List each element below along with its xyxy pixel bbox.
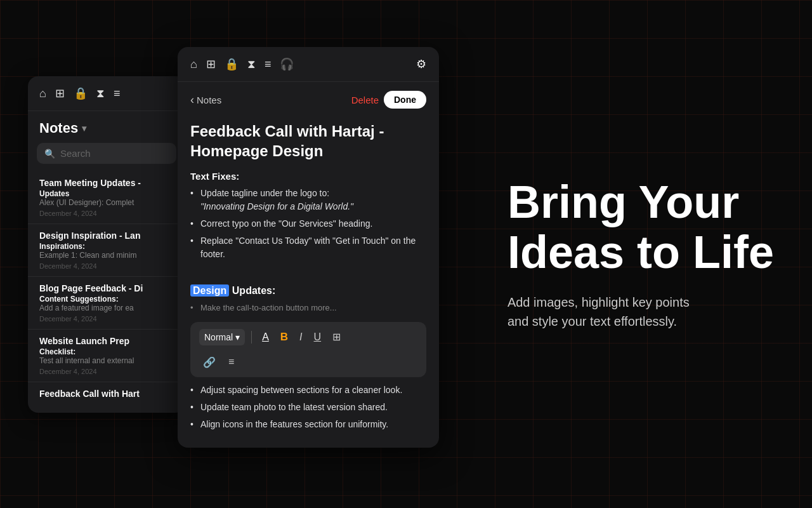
note-preview: Example 1: Clean and minim bbox=[39, 251, 174, 260]
lock-icon[interactable]: 🔒 bbox=[74, 86, 88, 100]
note-title: Website Launch Prep bbox=[39, 336, 174, 346]
note-category: Updates bbox=[39, 189, 174, 198]
image-button[interactable]: ⊞ bbox=[329, 328, 344, 345]
note-content-below: Adjust spacing between sections for a cl… bbox=[178, 381, 439, 448]
note-category: Checklist: bbox=[39, 347, 174, 356]
font-color-button[interactable]: A bbox=[258, 329, 273, 345]
doc-icon[interactable]: ≡ bbox=[265, 58, 272, 71]
delete-button[interactable]: Delete bbox=[351, 95, 379, 105]
partial-bullet: Make the call-to-action button more... bbox=[190, 302, 426, 314]
style-select-chevron: ▾ bbox=[235, 332, 240, 342]
note-title: Design Inspiration - Lan bbox=[39, 231, 174, 241]
notes-title: Notes bbox=[39, 120, 78, 137]
notes-list-panel: ⌂ ⊞ 🔒 ⧗ ≡ Notes ▾ 🔍 Search Team Meeting … bbox=[28, 76, 185, 413]
notes-header: Notes ▾ bbox=[28, 111, 185, 143]
note-preview: Alex (UI Designer): Complet bbox=[39, 198, 174, 207]
toolbar-row2: 🔗 ≡ bbox=[199, 354, 417, 371]
note-title: Team Meeting Updates - bbox=[39, 178, 174, 188]
search-bar[interactable]: 🔍 Search bbox=[37, 143, 176, 164]
doc-icon[interactable]: ≡ bbox=[114, 87, 121, 100]
note-date: December 4, 2024 bbox=[39, 262, 174, 270]
link-button[interactable]: 🔗 bbox=[199, 354, 219, 371]
bold-button[interactable]: B bbox=[277, 328, 292, 346]
bullet-item: Correct typo on the "Our Services" headi… bbox=[190, 217, 426, 231]
note-header: ‹ Notes Delete Done bbox=[178, 82, 439, 115]
hero-section: Bring YourIdeas to Life Add images, high… bbox=[508, 177, 774, 331]
note-detail-panel: ⌂ ⊞ 🔒 ⧗ ≡ 🎧 ⚙ ‹ Notes Delete Done Feedba… bbox=[178, 47, 439, 448]
note-date: December 4, 2024 bbox=[39, 368, 174, 375]
done-button[interactable]: Done bbox=[384, 91, 426, 109]
italic-button[interactable]: I bbox=[296, 329, 306, 345]
list-item[interactable]: Team Meeting Updates - Updates Alex (UI … bbox=[28, 171, 185, 224]
settings-icon[interactable]: ⚙ bbox=[416, 57, 426, 71]
list-item[interactable]: Design Inspiration - Lan Inspirations: E… bbox=[28, 224, 185, 277]
search-icon: 🔍 bbox=[44, 149, 55, 159]
toolbar-divider bbox=[251, 331, 252, 344]
note-date: December 4, 2024 bbox=[39, 210, 174, 217]
note-category: Inspirations: bbox=[39, 242, 174, 251]
formatting-toolbar: Normal ▾ A B I U ⊞ 🔗 ≡ bbox=[190, 322, 426, 377]
underline-button[interactable]: U bbox=[310, 329, 325, 345]
home-icon[interactable]: ⌂ bbox=[39, 87, 46, 100]
main-topbar: ⌂ ⊞ 🔒 ⧗ ≡ 🎧 ⚙ bbox=[178, 47, 439, 82]
headphones-icon[interactable]: 🎧 bbox=[280, 57, 294, 71]
hourglass-icon[interactable]: ⧗ bbox=[96, 87, 105, 100]
lock-icon[interactable]: 🔒 bbox=[225, 57, 239, 71]
design-updates-header: Design Updates: bbox=[190, 285, 426, 297]
hero-subtitle: Add images, highlight key pointsand styl… bbox=[508, 293, 774, 331]
section-title-text-fixes: Text Fixes: bbox=[190, 171, 426, 182]
topbar: ⌂ ⊞ 🔒 ⧗ ≡ bbox=[28, 76, 185, 111]
bullet-item: Update tagline under the logo to:"Innova… bbox=[190, 187, 426, 213]
note-title: Feedback Call with Hart bbox=[39, 389, 174, 399]
tag-icon[interactable]: ⊞ bbox=[206, 57, 216, 71]
home-icon[interactable]: ⌂ bbox=[190, 58, 197, 71]
tag-icon[interactable]: ⊞ bbox=[55, 86, 65, 100]
list-item[interactable]: Blog Page Feedback - Di Content Suggesti… bbox=[28, 277, 185, 330]
hourglass-icon[interactable]: ⧗ bbox=[247, 58, 256, 71]
back-button[interactable]: ‹ Notes bbox=[190, 93, 221, 107]
note-title-heading: Feedback Call with Hartaj - Homepage Des… bbox=[190, 121, 426, 161]
bullet-item: Adjust spacing between sections for a cl… bbox=[190, 384, 426, 397]
style-select-value: Normal bbox=[204, 332, 233, 342]
note-preview: Test all internal and external bbox=[39, 356, 174, 365]
design-highlight: Design bbox=[190, 284, 229, 297]
back-chevron-icon: ‹ bbox=[190, 93, 194, 107]
list-item[interactable]: Feedback Call with Hart bbox=[28, 382, 185, 406]
bullet-item: Replace "Contact Us Today" with "Get in … bbox=[190, 234, 426, 261]
search-placeholder: Search bbox=[60, 148, 91, 159]
back-label: Notes bbox=[197, 95, 221, 105]
list-item[interactable]: Website Launch Prep Checklist: Test all … bbox=[28, 330, 185, 382]
note-list: Team Meeting Updates - Updates Alex (UI … bbox=[28, 171, 185, 413]
note-content: Feedback Call with Hartaj - Homepage Des… bbox=[178, 115, 439, 277]
note-date: December 4, 2024 bbox=[39, 315, 174, 323]
note-category: Content Suggestions: bbox=[39, 295, 174, 304]
bullet-item: Update team photo to the latest version … bbox=[190, 401, 426, 414]
style-select[interactable]: Normal ▾ bbox=[199, 329, 245, 345]
bullet-item: Align icons in the features section for … bbox=[190, 418, 426, 431]
align-button[interactable]: ≡ bbox=[225, 354, 238, 370]
hero-title: Bring YourIdeas to Life bbox=[508, 177, 774, 277]
note-title: Blog Page Feedback - Di bbox=[39, 283, 174, 293]
design-updates-label: Updates: bbox=[232, 285, 275, 296]
note-preview: Add a featured image for ea bbox=[39, 304, 174, 312]
notes-chevron-icon: ▾ bbox=[82, 123, 86, 133]
design-updates-section: Design Updates: Make the call-to-action … bbox=[178, 277, 439, 318]
